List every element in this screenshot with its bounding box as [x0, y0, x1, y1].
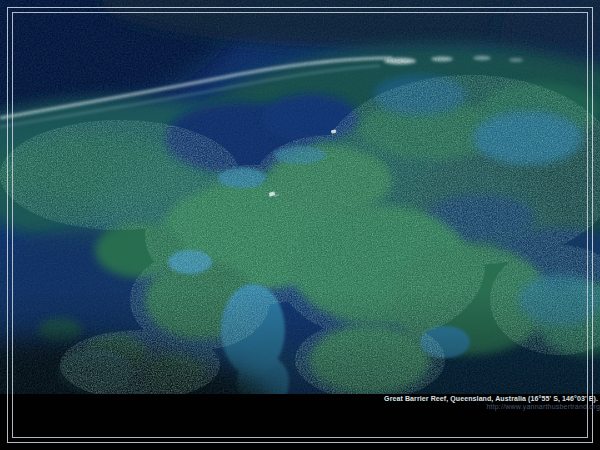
caption-bar: [0, 394, 600, 450]
reef-photo-scene: [0, 0, 600, 450]
wallpaper-stage: Great Barrier Reef, Queensland, Australi…: [0, 0, 600, 450]
